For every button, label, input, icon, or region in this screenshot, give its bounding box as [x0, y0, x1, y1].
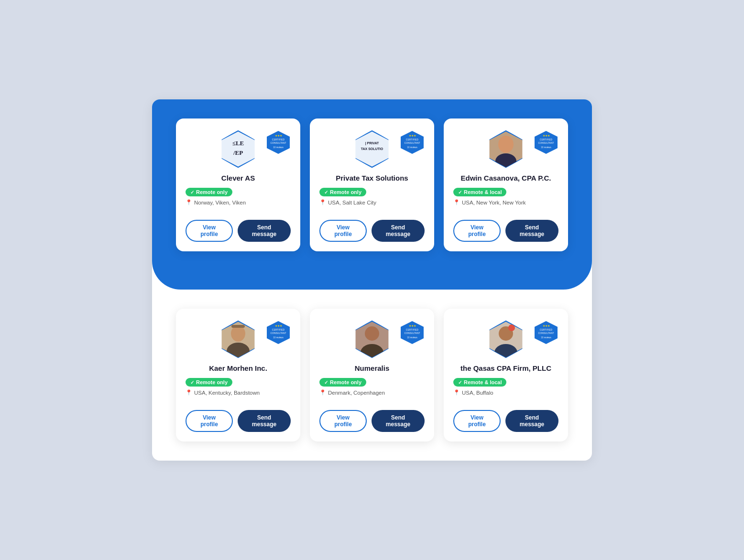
card-actions-numeralis: View profile Send message: [319, 410, 425, 432]
card-numeralis: ★★★ CERTIFIED CONSULTANT 10 reviews Nume…: [310, 309, 434, 442]
location-edwin: 📍 USA, New York, New York: [453, 199, 526, 205]
svg-text:/EP: /EP: [233, 149, 243, 156]
certified-badge-private-tax: ★★★ CERTIFIED CONSULTANT 10 reviews: [400, 130, 425, 155]
svg-point-20: [499, 137, 513, 150]
status-badge-edwin: ✓ Remote & local: [453, 188, 506, 196]
card-private-tax: | PRIVAT TAX SOLUTIO ★★★ CERTIFIED CONSU…: [310, 118, 434, 251]
card-top-clever-as: ≤LE /EP ★★★ CERTIFIED CONSULTANT 10 revi…: [186, 130, 291, 168]
svg-point-49: [508, 324, 515, 331]
card-name-clever-as: Clever AS: [221, 174, 255, 182]
card-top-private-tax: | PRIVAT TAX SOLUTIO ★★★ CERTIFIED CONSU…: [319, 130, 425, 168]
card-actions-edwin: View profile Send message: [453, 220, 558, 242]
certified-badge-numeralis: ★★★ CERTIFIED CONSULTANT 10 reviews: [400, 320, 425, 345]
svg-text:CERTIFIED: CERTIFIED: [406, 138, 419, 141]
certified-badge-clever-as: ★★★ CERTIFIED CONSULTANT 10 reviews: [266, 130, 291, 155]
bottom-section: ★★★ CERTIFIED CONSULTANT 10 reviews Kaer…: [152, 290, 592, 461]
svg-text:★★★: ★★★: [409, 134, 416, 137]
avatar-clever-as: ≤LE /EP: [219, 130, 257, 168]
pin-icon-5: 📍: [319, 389, 326, 396]
svg-text:★★★: ★★★: [543, 134, 550, 137]
pin-icon-4: 📍: [186, 389, 192, 396]
view-profile-button-kaer[interactable]: View profile: [186, 410, 233, 432]
status-badge-qasas: ✓ Remote & local: [453, 378, 506, 387]
check-icon: ✓: [190, 190, 194, 195]
card-actions-clever-as: View profile Send message: [186, 220, 291, 242]
card-name-private-tax: Private Tax Solutions: [336, 174, 408, 182]
svg-text:★★★: ★★★: [275, 324, 282, 327]
svg-point-38: [365, 326, 379, 341]
view-profile-button-private-tax[interactable]: View profile: [319, 220, 367, 242]
status-badge-clever-as: ✓ Remote only: [186, 188, 232, 196]
view-profile-button-qasas[interactable]: View profile: [453, 410, 501, 432]
svg-text:CONSULTANT: CONSULTANT: [404, 332, 420, 334]
svg-text:CERTIFIED: CERTIFIED: [406, 328, 419, 331]
status-badge-kaer: ✓ Remote only: [186, 378, 232, 387]
svg-text:★★★: ★★★: [275, 134, 282, 137]
check-icon-4: ✓: [190, 380, 194, 385]
pin-icon: 📍: [186, 199, 192, 205]
location-qasas: 📍 USA, Buffalo: [453, 389, 493, 396]
view-profile-button-clever-as[interactable]: View profile: [186, 220, 233, 242]
send-message-button-edwin[interactable]: Send message: [505, 220, 558, 242]
svg-text:≤LE: ≤LE: [232, 140, 244, 147]
svg-text:| PRIVAT: | PRIVAT: [365, 141, 379, 145]
avatar-kaer: [219, 320, 257, 358]
svg-text:CONSULTANT: CONSULTANT: [270, 332, 286, 334]
send-message-button-clever-as[interactable]: Send message: [238, 220, 291, 242]
card-top-kaer: ★★★ CERTIFIED CONSULTANT 10 reviews: [186, 320, 291, 358]
location-clever-as: 📍 Norway, Viken, Viken: [186, 199, 246, 205]
svg-text:10 reviews: 10 reviews: [273, 336, 284, 339]
check-icon-2: ✓: [324, 190, 328, 195]
view-profile-button-numeralis[interactable]: View profile: [319, 410, 367, 432]
card-edwin: ★★★ CERTIFIED CONSULTANT 10 reviews Edwi…: [444, 118, 568, 251]
svg-text:CONSULTANT: CONSULTANT: [538, 332, 554, 334]
top-cards-row: ≤LE /EP ★★★ CERTIFIED CONSULTANT 10 revi…: [171, 118, 573, 251]
card-name-kaer: Kaer Morhen Inc.: [209, 364, 267, 372]
avatar-numeralis: [353, 320, 391, 358]
svg-text:CERTIFIED: CERTIFIED: [272, 138, 285, 141]
pin-icon-2: 📍: [319, 199, 326, 205]
check-icon-3: ✓: [458, 190, 462, 195]
certified-badge-qasas: ★★★ CERTIFIED CONSULTANT 10 reviews: [534, 320, 558, 345]
svg-text:CONSULTANT: CONSULTANT: [404, 141, 420, 144]
svg-text:CERTIFIED: CERTIFIED: [272, 328, 285, 331]
card-top-numeralis: ★★★ CERTIFIED CONSULTANT 10 reviews: [319, 320, 425, 358]
check-icon-5: ✓: [324, 380, 328, 385]
card-top-edwin: ★★★ CERTIFIED CONSULTANT 10 reviews: [453, 130, 558, 168]
pin-icon-3: 📍: [453, 199, 460, 205]
svg-text:10 reviews: 10 reviews: [407, 336, 417, 339]
top-banner: ≤LE /EP ★★★ CERTIFIED CONSULTANT 10 revi…: [152, 99, 592, 290]
certified-badge-kaer: ★★★ CERTIFIED CONSULTANT 10 reviews: [266, 320, 291, 345]
send-message-button-private-tax[interactable]: Send message: [372, 220, 425, 242]
svg-text:CONSULTANT: CONSULTANT: [538, 141, 554, 144]
avatar-private-tax: | PRIVAT TAX SOLUTIO: [353, 130, 391, 168]
send-message-button-numeralis[interactable]: Send message: [372, 410, 425, 432]
svg-text:CERTIFIED: CERTIFIED: [540, 328, 553, 331]
card-top-qasas: ★★★ CERTIFIED CONSULTANT 10 reviews: [453, 320, 558, 358]
location-private-tax: 📍 USA, Salt Lake City: [319, 199, 376, 205]
avatar-edwin: [487, 130, 525, 168]
avatar-qasas: [487, 320, 525, 358]
svg-text:10 reviews: 10 reviews: [273, 146, 284, 149]
svg-point-19: [495, 153, 516, 168]
certified-badge-edwin: ★★★ CERTIFIED CONSULTANT 10 reviews: [534, 130, 558, 155]
card-name-qasas: the Qasas CPA Firm, PLLC: [460, 364, 551, 372]
card-actions-private-tax: View profile Send message: [319, 220, 425, 242]
location-kaer: 📍 USA, Kentucky, Bardstown: [186, 389, 260, 396]
card-name-numeralis: Numeralis: [355, 364, 390, 372]
pin-icon-6: 📍: [453, 389, 460, 396]
svg-text:★★★: ★★★: [543, 324, 550, 327]
location-numeralis: 📍 Denmark, Copenhagen: [319, 389, 385, 396]
card-actions-kaer: View profile Send message: [186, 410, 291, 432]
status-badge-private-tax: ✓ Remote only: [319, 188, 366, 196]
svg-text:10 reviews: 10 reviews: [407, 146, 417, 149]
view-profile-button-edwin[interactable]: View profile: [453, 220, 501, 242]
card-name-edwin: Edwin Casanova, CPA P.C.: [461, 174, 551, 182]
status-badge-numeralis: ✓ Remote only: [319, 378, 366, 387]
svg-text:TAX SOLUTIO: TAX SOLUTIO: [361, 147, 383, 151]
svg-rect-30: [231, 325, 245, 328]
svg-text:CONSULTANT: CONSULTANT: [270, 141, 286, 144]
send-message-button-kaer[interactable]: Send message: [238, 410, 291, 432]
send-message-button-qasas[interactable]: Send message: [505, 410, 558, 432]
card-actions-qasas: View profile Send message: [453, 410, 558, 432]
